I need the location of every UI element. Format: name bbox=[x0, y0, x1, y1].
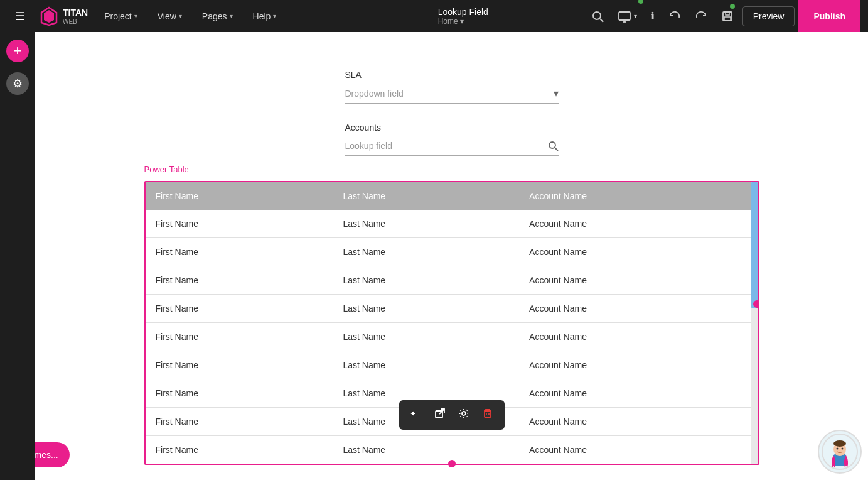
lookup-field-info: Lookup Field Home ▾ bbox=[438, 7, 488, 26]
cell-8-0: First Name bbox=[146, 436, 333, 464]
active-indicator bbox=[638, 0, 643, 4]
nav-project[interactable]: Project ▾ bbox=[94, 0, 147, 32]
chevron-down-icon: ▾ bbox=[273, 13, 276, 19]
svg-point-2 bbox=[593, 12, 601, 19]
cell-4-1: Last Name bbox=[333, 323, 519, 351]
chevron-down-icon: ▾ bbox=[460, 17, 464, 26]
save-status-dot bbox=[730, 4, 735, 9]
table-row: First NameLast NameAccount Name bbox=[146, 210, 758, 238]
col-first-name: First Name bbox=[146, 182, 333, 210]
lookup-field-title: Lookup Field bbox=[438, 7, 488, 17]
preview-button[interactable]: Preview bbox=[742, 6, 795, 26]
cell-7-2: Account Name bbox=[519, 408, 758, 436]
chevron-down-icon: ▾ bbox=[230, 13, 233, 19]
table-header-row: First Name Last Name Account Name bbox=[146, 182, 758, 210]
vertical-scrollbar-thumb[interactable] bbox=[751, 182, 758, 308]
svg-point-15 bbox=[462, 412, 466, 415]
svg-line-14 bbox=[439, 409, 444, 414]
table-toolbar bbox=[399, 400, 505, 430]
chevron-down-icon: ▾ bbox=[634, 13, 637, 19]
table-row: First NameLast NameAccount Name bbox=[146, 323, 758, 351]
lookup-field-sub[interactable]: Home ▾ bbox=[438, 17, 488, 26]
nav-view[interactable]: View ▾ bbox=[147, 0, 192, 32]
sla-placeholder: Dropdown field bbox=[345, 89, 404, 99]
sla-field-group: SLA Dropdown field ▾ bbox=[345, 70, 559, 104]
cell-4-0: First Name bbox=[146, 323, 333, 351]
col-account-name: Account Name bbox=[519, 182, 758, 210]
publish-button[interactable]: Publish bbox=[798, 0, 860, 32]
svg-rect-4 bbox=[619, 12, 630, 20]
topbar-center: Lookup Field Home ▾ bbox=[340, 7, 586, 26]
horizontal-scrollbar-dot[interactable] bbox=[448, 460, 456, 467]
cell-3-1: Last Name bbox=[333, 295, 519, 323]
sla-dropdown[interactable]: Dropdown field ▾ bbox=[345, 84, 559, 104]
external-link-button[interactable] bbox=[428, 404, 452, 426]
cell-4-2: Account Name bbox=[519, 323, 758, 351]
svg-marker-1 bbox=[44, 10, 54, 23]
cell-5-1: Last Name bbox=[333, 351, 519, 379]
cell-3-0: First Name bbox=[146, 295, 333, 323]
device-selector[interactable]: ▾ bbox=[613, 0, 642, 32]
nav-pages[interactable]: Pages ▾ bbox=[192, 0, 243, 32]
collapse-icon bbox=[410, 408, 422, 419]
cell-0-0: First Name bbox=[146, 210, 333, 238]
nav-items: Project ▾ View ▾ Pages ▾ Help ▾ bbox=[94, 0, 340, 32]
cell-8-1: Last Name bbox=[333, 436, 519, 464]
cell-3-2: Account Name bbox=[519, 295, 758, 323]
chevron-down-icon: ▾ bbox=[134, 13, 137, 19]
table-row: First NameLast NameAccount Name bbox=[146, 351, 758, 379]
accounts-field-group: Accounts Lookup field bbox=[345, 123, 559, 156]
accounts-label: Accounts bbox=[345, 123, 559, 133]
accounts-placeholder: Lookup field bbox=[345, 141, 393, 151]
redo-icon[interactable] bbox=[690, 0, 712, 32]
cell-7-0: First Name bbox=[146, 408, 333, 436]
sla-label: SLA bbox=[345, 70, 559, 80]
nav-help[interactable]: Help ▾ bbox=[243, 0, 287, 32]
cell-2-1: Last Name bbox=[333, 266, 519, 295]
external-link-icon bbox=[434, 408, 446, 419]
cell-0-1: Last Name bbox=[333, 210, 519, 238]
svg-line-3 bbox=[600, 19, 603, 22]
sidebar-settings-button[interactable]: ⚙ bbox=[6, 72, 29, 95]
add-element-button[interactable]: + bbox=[6, 40, 29, 62]
cell-2-2: Account Name bbox=[519, 266, 758, 295]
svg-line-11 bbox=[555, 148, 558, 151]
chevron-down-icon: ▾ bbox=[179, 13, 182, 19]
topbar: ☰ TITAN WEB Project ▾ View ▾ Pages ▾ Hel… bbox=[0, 0, 868, 32]
svg-point-22 bbox=[833, 440, 846, 447]
logo-subtitle: WEB bbox=[63, 18, 88, 25]
scrollbar-drag-dot[interactable] bbox=[753, 300, 758, 308]
cell-2-0: First Name bbox=[146, 266, 333, 295]
cell-0-2: Account Name bbox=[519, 210, 758, 238]
save-icon[interactable] bbox=[716, 0, 739, 32]
undo-icon[interactable] bbox=[663, 0, 686, 32]
cell-6-0: First Name bbox=[146, 379, 333, 408]
gear-icon bbox=[458, 408, 469, 419]
dropdown-arrow-icon: ▾ bbox=[554, 87, 559, 99]
cell-5-2: Account Name bbox=[519, 351, 758, 379]
col-last-name: Last Name bbox=[333, 182, 519, 210]
menu-icon[interactable]: ☰ bbox=[8, 9, 33, 23]
cell-8-2: Account Name bbox=[519, 436, 758, 464]
trash-icon bbox=[482, 408, 493, 419]
logo-area: TITAN WEB bbox=[33, 6, 94, 26]
table-settings-button[interactable] bbox=[452, 404, 476, 426]
collapse-button[interactable] bbox=[404, 404, 428, 426]
main-content: SLA Dropdown field ▾ Accounts Lookup fie… bbox=[35, 32, 868, 480]
topbar-right: ▾ ℹ Preview Publish bbox=[586, 0, 860, 32]
svg-rect-8 bbox=[726, 12, 729, 15]
power-table-label: Power Table bbox=[144, 165, 189, 174]
search-icon[interactable] bbox=[586, 0, 609, 32]
vertical-scrollbar-track[interactable] bbox=[751, 182, 758, 464]
helper-character bbox=[818, 430, 862, 474]
superhero-avatar bbox=[821, 433, 859, 471]
svg-point-23 bbox=[837, 448, 839, 450]
table-row: First NameLast NameAccount Name bbox=[146, 266, 758, 295]
info-icon[interactable]: ℹ bbox=[646, 0, 660, 32]
accounts-lookup[interactable]: Lookup field bbox=[345, 136, 559, 156]
cell-6-2: Account Name bbox=[519, 379, 758, 408]
delete-button[interactable] bbox=[476, 404, 500, 426]
table-row: First NameLast NameAccount Name bbox=[146, 295, 758, 323]
search-icon bbox=[547, 140, 559, 151]
sidebar: + ⚙ bbox=[0, 32, 35, 480]
